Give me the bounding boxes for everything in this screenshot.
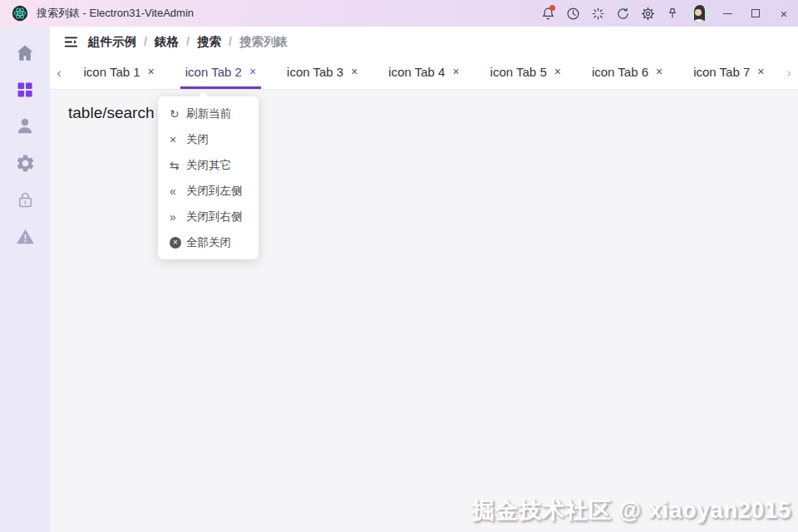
tabs-scroll-left-icon[interactable]: ‹ bbox=[50, 57, 68, 89]
close-icon: × bbox=[170, 133, 186, 146]
breadcrumb-item-current: 搜索列錶 bbox=[239, 34, 288, 50]
pin-icon[interactable] bbox=[660, 0, 685, 27]
tab-icon-tab-4[interactable]: icon Tab 4 × bbox=[373, 57, 475, 89]
sidebar-item-user[interactable] bbox=[0, 108, 50, 145]
sparkle-icon[interactable] bbox=[585, 0, 610, 27]
menu-item-close-all[interactable]: × 全部关闭 bbox=[158, 229, 259, 255]
sidebar-item-warning[interactable] bbox=[0, 218, 50, 254]
tab-close-icon[interactable]: × bbox=[148, 66, 155, 77]
tab-icon-tab-7[interactable]: icon Tab 7 × bbox=[678, 57, 780, 89]
breadcrumb-item[interactable]: 組件示例 bbox=[88, 34, 136, 50]
breadcrumb-separator: / bbox=[229, 35, 232, 48]
menu-item-refresh-current[interactable]: ↻ 刷新当前 bbox=[158, 101, 259, 126]
sidebar-item-components[interactable] bbox=[0, 71, 50, 108]
notification-dot bbox=[549, 5, 555, 11]
gear-icon[interactable] bbox=[635, 0, 660, 27]
menu-fold-icon[interactable] bbox=[63, 27, 88, 57]
tab-icon-tab-6[interactable]: icon Tab 6 × bbox=[576, 57, 677, 89]
watermark: 掘金技术社区 @ xiaoyan2015 bbox=[472, 495, 791, 525]
lock-icon bbox=[15, 190, 36, 210]
swap-arrows-icon: ⇆ bbox=[170, 159, 186, 172]
maximize-button[interactable] bbox=[741, 0, 770, 27]
tab-close-icon[interactable]: × bbox=[554, 66, 561, 77]
breadcrumb-separator: / bbox=[186, 35, 190, 48]
electron-logo-icon bbox=[12, 5, 28, 22]
tabs-scroll-right-icon[interactable]: › bbox=[780, 57, 798, 89]
clock-icon[interactable] bbox=[560, 0, 585, 27]
sidebar-item-home[interactable] bbox=[0, 35, 50, 71]
minimize-button[interactable] bbox=[713, 0, 741, 27]
breadcrumb-bar: 組件示例 / 錶格 / 搜索 / 搜索列錶 bbox=[50, 27, 798, 57]
tab-close-icon[interactable]: × bbox=[656, 66, 663, 77]
breadcrumb-separator: / bbox=[144, 35, 147, 48]
titlebar: 搜索列錶 - Electron31-ViteAdmin bbox=[0, 0, 798, 27]
sidebar-item-settings[interactable] bbox=[0, 145, 50, 181]
window-title: 搜索列錶 - Electron31-ViteAdmin bbox=[37, 6, 194, 21]
close-button[interactable]: × bbox=[770, 0, 798, 27]
grid-icon bbox=[15, 80, 35, 100]
breadcrumb-item[interactable]: 錶格 bbox=[155, 34, 179, 50]
gear-icon bbox=[15, 153, 36, 174]
home-icon bbox=[14, 42, 36, 64]
menu-item-close-left[interactable]: « 关闭到左侧 bbox=[158, 178, 259, 204]
user-icon bbox=[14, 116, 36, 137]
bell-icon[interactable] bbox=[535, 0, 560, 27]
refresh-icon: ↻ bbox=[170, 107, 186, 121]
breadcrumb: 組件示例 / 錶格 / 搜索 / 搜索列錶 bbox=[88, 34, 288, 50]
menu-item-close-right[interactable]: » 关闭到右侧 bbox=[158, 204, 259, 229]
menu-item-close[interactable]: × 关闭 bbox=[158, 126, 259, 152]
tab-icon-tab-1[interactable]: icon Tab 1 × bbox=[68, 57, 170, 89]
tab-close-icon[interactable]: × bbox=[351, 66, 357, 77]
tab-context-menu: ↻ 刷新当前 × 关闭 ⇆ 关闭其它 « 关闭到左侧 » 关闭到右侧 × 全部关… bbox=[158, 96, 259, 259]
breadcrumb-item[interactable]: 搜索 bbox=[197, 34, 221, 50]
tab-close-icon[interactable]: × bbox=[757, 66, 764, 77]
tab-icon-tab-3[interactable]: icon Tab 3 × bbox=[272, 57, 373, 89]
sidebar-item-lock[interactable] bbox=[0, 181, 50, 218]
tab-icon-tab-2[interactable]: icon Tab 2 × bbox=[170, 57, 271, 89]
sidebar bbox=[0, 27, 50, 532]
avatar[interactable] bbox=[685, 0, 713, 27]
close-circle-icon: × bbox=[170, 237, 181, 249]
tab-icon-tab-5[interactable]: icon Tab 5 × bbox=[475, 57, 576, 89]
warning-icon bbox=[15, 226, 36, 247]
double-chevron-left-icon: « bbox=[170, 185, 186, 198]
refresh-icon[interactable] bbox=[610, 0, 635, 27]
double-chevron-right-icon: » bbox=[170, 210, 186, 224]
menu-item-close-others[interactable]: ⇆ 关闭其它 bbox=[158, 152, 259, 178]
tabbar: ‹ icon Tab 1 × icon Tab 2 × icon Tab 3 ×… bbox=[50, 57, 798, 90]
tab-close-icon[interactable]: × bbox=[452, 66, 459, 77]
tab-close-icon[interactable]: × bbox=[249, 66, 256, 77]
